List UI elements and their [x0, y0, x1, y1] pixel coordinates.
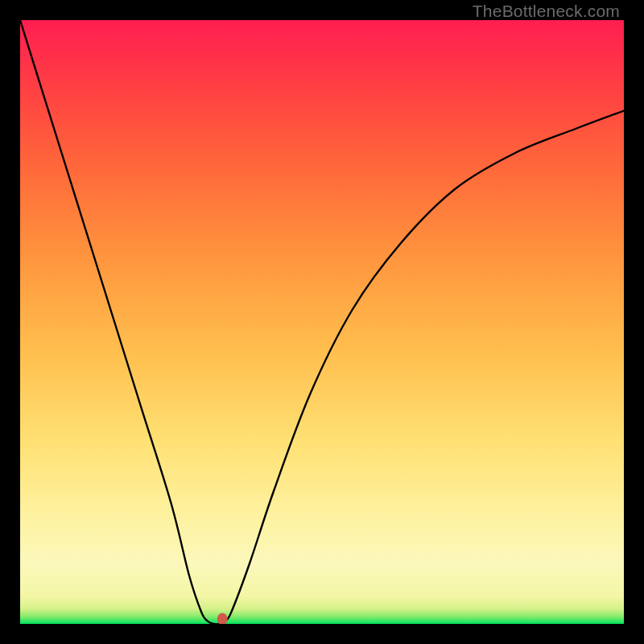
chart-frame	[20, 20, 624, 624]
watermark-text: TheBottleneck.com	[473, 2, 620, 21]
bottleneck-chart	[20, 20, 624, 624]
gradient-background	[20, 20, 624, 624]
